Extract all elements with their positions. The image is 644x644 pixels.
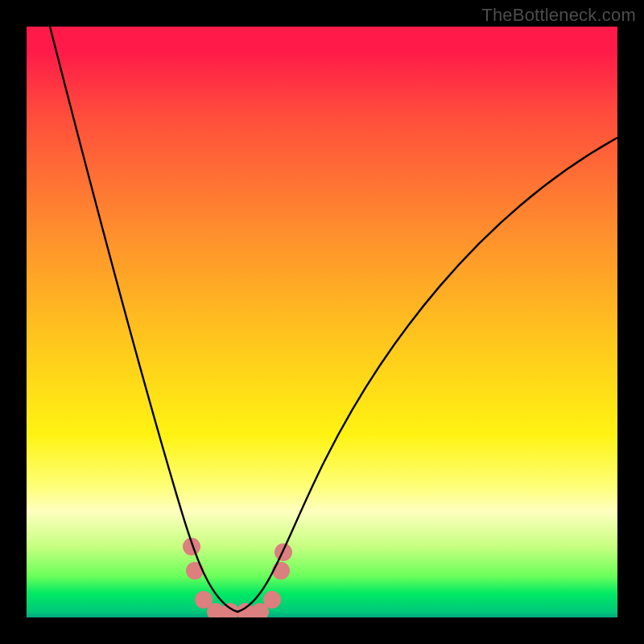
svg-point-4 <box>221 603 239 617</box>
svg-point-7 <box>263 591 281 609</box>
highlight-points <box>183 538 292 617</box>
plot-area <box>27 27 617 617</box>
svg-point-8 <box>272 562 290 580</box>
curve-path <box>50 27 617 612</box>
bottleneck-curve <box>27 27 617 617</box>
chart-frame: TheBottleneck.com <box>0 0 644 644</box>
watermark-text: TheBottleneck.com <box>481 5 636 26</box>
